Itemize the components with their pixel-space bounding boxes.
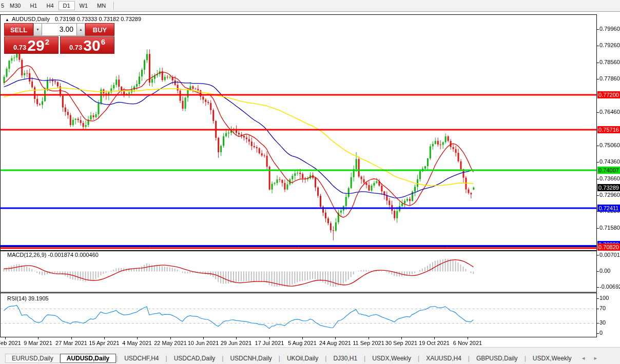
chart-tab-usdx-weekly[interactable]: USDX,Weekly [526,354,578,363]
chart-tab-usdchf-h4[interactable]: USDCHF,H4 [118,354,165,363]
sell-price-prefix: 0.73 [13,44,26,51]
chart-tab-ukoil-daily[interactable]: UKOil,Daily [280,354,325,363]
date-axis-label: 6 Nov 2021 [453,340,482,346]
date-axis-label: 5 Aug 2021 [288,340,317,346]
price-axis-tick: 0.75060 [599,142,620,148]
rsi-axis-tick: 100 [599,295,609,301]
chart-tab-usdcad-daily[interactable]: USDCAD,Daily [167,354,222,363]
tab-scroll-arrows: ◂▸ [582,355,597,361]
date-axis-label: 19 Oct 2021 [419,340,450,346]
rsi-indicator-label: RSI(14) 39.1905 [7,295,49,301]
mt4-window: 5M30H1H4D1W1MN ▲AUDUSD,Daily0.73198 0.73… [0,0,620,364]
macd-indicator-label: MACD(12,26,9) -0.001874 0.000460 [7,252,99,258]
sell-price-button[interactable]: 0.73 29 2 [4,36,59,54]
chart-tab-audusd-daily[interactable]: AUDUSD,Daily [60,354,116,363]
price-axis-tick: 0.72960 [599,192,620,198]
date-axis-label: 24 Aug 2021 [319,340,351,346]
chart-symbol-title: AUDUSD,Daily [12,16,50,22]
macd-axis-tick: 0.00 [599,268,610,274]
hline-price-label: 0.70820 [597,244,620,251]
buy-price-sup: 6 [101,37,105,46]
volume-input[interactable]: 3.00 [42,23,76,36]
date-axis-label: 15 Apr 2021 [89,340,119,346]
tab-scroll-left-icon[interactable]: ◂ [582,355,585,361]
chart-tab-eurusd-daily[interactable]: EURUSD,Daily [5,354,60,363]
price-axis-tick: 0.73660 [599,175,620,181]
buy-price-prefix: 0.73 [69,44,82,51]
chart-header: ▲AUDUSD,Daily0.73198 0.73333 0.73182 0.7… [5,16,141,22]
chart-ohlc-values: 0.73198 0.73333 0.73182 0.73289 [55,16,141,22]
price-axis-tick: 0.71580 [599,225,620,231]
buy-button[interactable]: BUY [85,23,114,36]
price-axis-tick: 0.78560 [599,59,620,65]
hline-price-label: 0.75716 [597,126,620,133]
chart-tab-xauusd-h4[interactable]: XAUUSD,H4 [419,354,468,363]
date-axis-label: 22 May 2021 [154,340,187,346]
chart-tab-bar: EURUSD,DailyAUDUSD,Daily|USDCHF,H4|USDCA… [0,352,620,364]
price-axis-tick: 0.74360 [599,158,620,165]
current-price-label: 0.73289 [597,184,620,191]
price-axis-tick: 0.77860 [599,75,620,82]
hline-price-label: 0.74007 [597,167,620,174]
macd-axis-tick: -0.006923 [599,284,620,290]
date-axis-label: 30 Sep 2021 [385,340,417,346]
hline-price-label: 0.77200 [597,91,620,98]
rsi-axis-tick: 0 [599,330,603,336]
buy-price-big: 30 [83,38,100,53]
date-axis-label: 11 Sep 2021 [353,340,384,346]
collapse-triangle-icon[interactable]: ▲ [5,17,9,22]
date-axis-label: 29 Jun 2021 [221,340,252,346]
chart-tab-gbpusd-daily[interactable]: GBPUSD,Daily [470,354,525,363]
chart-canvas[interactable] [0,0,620,364]
chart-tab-usdcnh-daily[interactable]: USDCNH,Daily [223,354,278,363]
date-axis-label: 10 Jun 2021 [188,340,219,346]
date-axis-label: 18 Feb 2021 [0,340,21,346]
volume-decrease-button[interactable]: ▼ [33,23,42,36]
volume-increase-button[interactable]: ▲ [76,23,85,36]
sell-button[interactable]: SELL [4,23,33,36]
price-axis-tick: 0.79960 [599,26,620,32]
hline-price-label: 0.72411 [597,205,620,212]
tab-scroll-right-icon[interactable]: ▸ [594,355,597,361]
chart-tab-usdx-weekly[interactable]: USDX,Weekly [365,354,418,363]
price-axis-tick: 0.76460 [599,109,620,115]
price-axis-tick: 0.79260 [599,42,620,48]
date-axis-label: 27 Mar 2021 [55,340,87,346]
chart-tab-dj30-h1[interactable]: DJ30,H1 [326,354,364,363]
horizontal-scrollbar[interactable] [0,347,620,352]
date-axis-label: 9 Mar 2021 [24,340,52,346]
date-axis-label: 4 May 2021 [122,340,151,346]
rsi-axis-tick: 70 [599,305,606,311]
sell-price-big: 29 [27,38,44,53]
buy-price-button[interactable]: 0.73 30 6 [60,36,114,54]
date-axis-label: 17 Jul 2021 [255,340,284,346]
one-click-trading-panel: SELL ▼ 3.00 ▲ BUY 0.73 29 2 0.73 30 6 [4,23,114,54]
rsi-axis-tick: 30 [599,319,606,326]
sell-price-sup: 2 [45,37,49,46]
macd-axis-tick: 0.007015 [599,252,620,258]
